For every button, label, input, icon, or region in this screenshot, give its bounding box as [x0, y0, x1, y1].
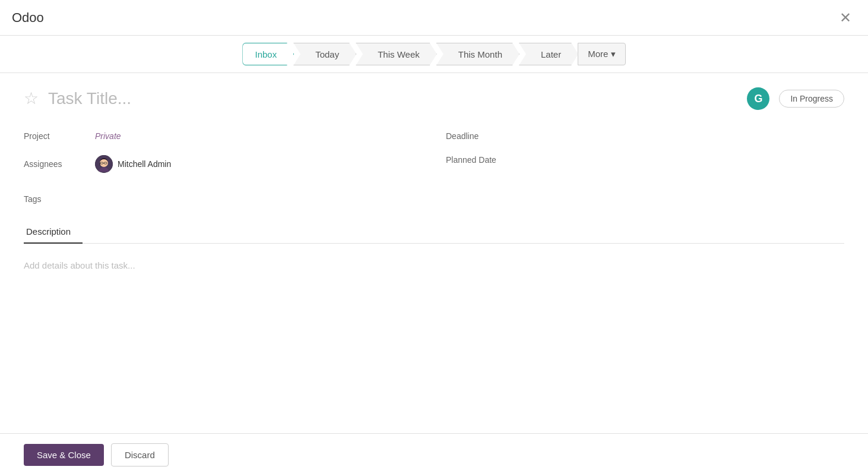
nav-tabs: Inbox Today This Week This Month Later M… [0, 36, 868, 73]
tab-today[interactable]: Today [293, 43, 356, 65]
task-title-input[interactable] [48, 89, 747, 108]
assignees-label: Assignees [24, 159, 95, 169]
description-tabs: Description [24, 220, 844, 244]
tab-this-week[interactable]: This Week [356, 43, 437, 65]
planned-date-row: Planned Date [446, 148, 844, 172]
assignees-row: Assignees [24, 148, 422, 180]
avatar [95, 155, 113, 173]
discard-button[interactable]: Discard [111, 443, 169, 466]
deadline-label: Deadline [446, 131, 517, 141]
bottom-bar: Save & Close Discard [0, 433, 868, 476]
right-fields: Deadline Planned Date [446, 124, 844, 180]
tab-inbox[interactable]: Inbox [242, 43, 294, 65]
close-button[interactable]: ✕ [835, 8, 856, 27]
assignee-container[interactable]: Mitchell Admin [95, 155, 171, 173]
description-placeholder[interactable]: Add details about this task... [24, 256, 844, 275]
grammarly-icon: G [747, 87, 769, 110]
star-icon[interactable]: ☆ [24, 90, 39, 107]
app-title: Odoo [12, 10, 44, 26]
form-section: Project Private Assignees [24, 124, 844, 180]
tab-this-month[interactable]: This Month [436, 43, 519, 65]
left-fields: Project Private Assignees [24, 124, 422, 180]
assignee-name: Mitchell Admin [118, 159, 171, 169]
task-header: ☆ G In Progress [24, 87, 844, 110]
tags-row: Tags [24, 190, 844, 209]
project-row: Project Private [24, 124, 422, 148]
tags-label: Tags [24, 194, 95, 204]
planned-date-label: Planned Date [446, 155, 517, 165]
status-button[interactable]: In Progress [779, 90, 844, 108]
tab-later[interactable]: Later [519, 43, 578, 65]
save-close-button[interactable]: Save & Close [24, 444, 104, 466]
deadline-row: Deadline [446, 124, 844, 148]
project-value[interactable]: Private [95, 131, 121, 141]
main-content: ☆ G In Progress Project Private Assignee… [0, 73, 868, 433]
top-bar: Odoo ✕ [0, 0, 868, 36]
project-label: Project [24, 131, 95, 141]
tab-more[interactable]: More ▾ [578, 43, 625, 65]
tab-description[interactable]: Description [24, 220, 83, 244]
